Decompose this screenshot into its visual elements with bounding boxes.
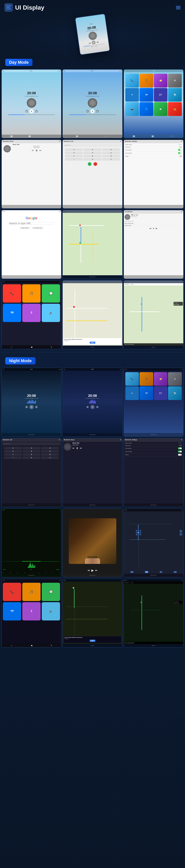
app-icon[interactable]: 🗺 xyxy=(139,386,153,400)
app-icon[interactable]: 📞 xyxy=(125,74,139,88)
phone-app-night[interactable]: 📞 xyxy=(3,583,21,601)
key-2[interactable]: 2 xyxy=(23,447,41,450)
carplay-back[interactable]: ◀ xyxy=(31,346,32,348)
nav-center[interactable]: ● xyxy=(138,532,139,533)
podcast-app[interactable]: 🎙 xyxy=(22,304,41,322)
google-search-btn[interactable]: Google Search xyxy=(20,227,30,229)
play-btn[interactable]: ⏸ xyxy=(35,149,38,152)
carplay-home-night[interactable]: ⌂ xyxy=(11,644,12,647)
feeling-lucky-btn[interactable]: I'm Feeling Lucky xyxy=(31,227,44,229)
key-5[interactable]: 5 xyxy=(23,450,41,453)
nav-up[interactable]: ↑ xyxy=(138,530,139,531)
map-btn-1[interactable]: MAP xyxy=(130,571,134,573)
prev-btn[interactable]: ⏮ xyxy=(32,149,34,151)
app-icon[interactable]: ✈ xyxy=(125,88,139,102)
auto-connect-toggle-night[interactable] xyxy=(178,451,182,453)
phone-app[interactable]: 📞 xyxy=(3,284,21,303)
auto-answer-toggle[interactable] xyxy=(178,149,182,151)
play-btn[interactable]: ⏸ xyxy=(29,109,34,113)
carplay-menu-night[interactable]: ≡ xyxy=(51,644,52,647)
nav-next[interactable]: ⏭ xyxy=(178,304,179,305)
zoom-out[interactable]: − xyxy=(180,533,182,536)
key-8[interactable]: 8 xyxy=(83,155,101,157)
podcast-app-night[interactable]: 🎙 xyxy=(22,602,41,620)
settings-icon[interactable]: ⚙ xyxy=(28,135,31,137)
prev-btn[interactable]: ⏮ xyxy=(86,406,89,408)
end-btn[interactable]: 📵 xyxy=(94,162,97,166)
zoom-in[interactable]: + xyxy=(180,530,182,533)
siri-app-night[interactable]: 🔊 xyxy=(42,602,60,620)
close-icon[interactable]: ✕ xyxy=(120,439,121,441)
app-icon[interactable]: 🎵 xyxy=(139,372,153,386)
video-next[interactable]: ⏭ xyxy=(95,569,98,571)
maps-app-night[interactable]: 🗺 xyxy=(3,602,21,620)
next-btn[interactable]: ⏭ xyxy=(96,110,99,113)
bt-close[interactable]: ✕ xyxy=(181,141,182,142)
siri-app[interactable]: 🔊 xyxy=(42,304,60,322)
app-icon[interactable]: 📷 xyxy=(125,102,139,116)
app-icon[interactable]: ⚙ xyxy=(168,372,182,386)
key-0[interactable]: 0 xyxy=(23,457,41,459)
flower-toggle-night[interactable] xyxy=(178,454,182,456)
nav-play[interactable]: ⏸ xyxy=(176,304,177,305)
key-4[interactable]: 4 xyxy=(4,450,22,453)
key-hash[interactable]: # xyxy=(41,457,59,459)
key-1[interactable]: 1 xyxy=(65,148,83,151)
maps-app[interactable]: 🗺 xyxy=(3,304,21,322)
next-btn[interactable]: ⏭ xyxy=(35,406,38,408)
next-btn[interactable]: ⏭ xyxy=(156,227,157,229)
play-btn[interactable]: ⏸ xyxy=(90,405,95,409)
video-prev[interactable]: ⏮ xyxy=(87,569,90,571)
app-icon[interactable]: ▶ xyxy=(154,102,168,116)
key-9[interactable]: 9 xyxy=(102,155,120,157)
key-4[interactable]: 4 xyxy=(65,152,83,154)
nav-down[interactable]: ↓ xyxy=(138,534,139,535)
auto-answer-toggle-night[interactable] xyxy=(178,447,182,449)
app-icon[interactable]: 🗺 xyxy=(139,88,153,102)
close-icon[interactable]: ✕ xyxy=(59,439,60,441)
key-star[interactable]: * xyxy=(65,158,83,161)
bt-close[interactable]: ✕ xyxy=(120,141,121,142)
music-app[interactable]: 🎵 xyxy=(22,284,41,303)
prev-btn[interactable]: ⏮ xyxy=(150,227,151,229)
nav-prev[interactable]: ⏮ xyxy=(174,304,175,305)
play-btn[interactable]: ⏸ xyxy=(90,109,95,113)
nav-down-left[interactable]: ↙ xyxy=(136,534,137,535)
video-play[interactable]: ▶ xyxy=(91,568,94,572)
app-icon[interactable]: 🌐 xyxy=(139,102,153,116)
app-icon[interactable]: 📁 xyxy=(154,372,168,386)
key-5[interactable]: 5 xyxy=(83,152,101,154)
flower-toggle[interactable] xyxy=(178,155,182,157)
key-3[interactable]: 3 xyxy=(41,447,59,450)
prev-btn[interactable]: ⏮ xyxy=(25,110,28,113)
app-icon[interactable]: 🎵 xyxy=(139,74,153,88)
progress-bar[interactable] xyxy=(8,115,55,115)
map-btn-2[interactable]: SAT xyxy=(145,571,148,573)
nav-up-right[interactable]: ↗ xyxy=(140,530,141,531)
next-btn[interactable]: ⏭ xyxy=(96,406,99,408)
nav-down-right[interactable]: ↘ xyxy=(140,534,141,535)
email-icon[interactable]: ✉ xyxy=(76,135,78,137)
play-btn[interactable]: ⏸ xyxy=(29,405,34,409)
play-btn[interactable]: ⏸ xyxy=(153,227,154,229)
email-icon[interactable]: ✉ xyxy=(10,135,12,137)
app-icon[interactable]: 📡 xyxy=(168,88,182,102)
next-btn[interactable]: ⏭ xyxy=(35,110,38,113)
app-icon[interactable]: ⚙ xyxy=(168,74,182,88)
app-icon[interactable]: BT xyxy=(154,386,168,400)
google-search-input[interactable] xyxy=(9,222,54,225)
key-7[interactable]: 7 xyxy=(4,453,22,456)
app-icon[interactable]: 📡 xyxy=(168,386,182,400)
prev-btn[interactable]: ⏮ xyxy=(25,406,28,408)
next-btn[interactable]: ⏭ xyxy=(39,149,41,151)
go-button-night[interactable]: GO xyxy=(90,640,96,642)
app-icon[interactable]: BT xyxy=(154,88,168,102)
nav-play-night[interactable]: ⏸ xyxy=(176,602,177,604)
auto-connect-toggle[interactable] xyxy=(178,152,182,154)
play-btn[interactable]: ⏸ xyxy=(76,446,79,450)
close-icon[interactable]: ✕ xyxy=(181,439,182,441)
nav-left[interactable]: ← xyxy=(136,532,137,533)
prev-btn[interactable]: ⏮ xyxy=(86,110,89,113)
map-btn-4[interactable]: NAV xyxy=(174,571,177,573)
music-app-night[interactable]: 🎵 xyxy=(22,583,41,601)
